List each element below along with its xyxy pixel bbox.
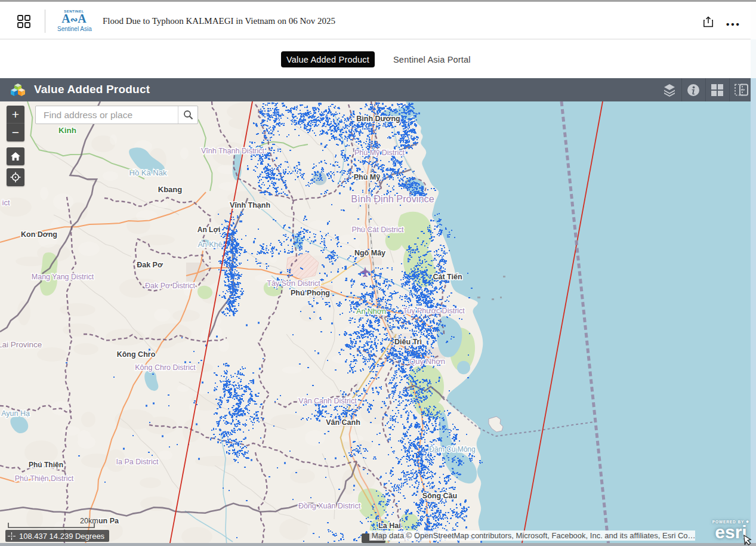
svg-text:Đak Pơ: Đak Pơ bbox=[137, 261, 163, 269]
svg-text:Mang Yang District: Mang Yang District bbox=[32, 273, 94, 281]
svg-text:Kông Chro: Kông Chro bbox=[117, 350, 156, 359]
svg-text:Kon Dơng: Kon Dơng bbox=[21, 230, 57, 239]
svg-text:Diêu Trì: Diêu Trì bbox=[394, 338, 422, 346]
svg-text:Vân Canh: Vân Canh bbox=[326, 418, 360, 427]
svg-text:Phù Mỹ District: Phù Mỹ District bbox=[354, 149, 405, 157]
svg-text:Kinh: Kinh bbox=[58, 126, 76, 135]
svg-text:Ngô Mây: Ngô Mây bbox=[354, 249, 385, 257]
svg-text:Vĩnh Thạnh District: Vĩnh Thạnh District bbox=[201, 147, 265, 155]
svg-text:Vân Canh District: Vân Canh District bbox=[298, 397, 357, 405]
svg-text:Cát Tiến: Cát Tiến bbox=[433, 273, 462, 281]
svg-text:Tây Sơn District: Tây Sơn District bbox=[267, 279, 320, 288]
svg-text:Đầm Cù Mông: Đầm Cù Mông bbox=[429, 445, 475, 454]
svg-text:Phú Phong: Phú Phong bbox=[291, 289, 330, 297]
svg-text:Quy Nhơn: Quy Nhơn bbox=[409, 357, 445, 366]
svg-text:An Khê: An Khê bbox=[198, 240, 222, 249]
svg-text:un Pa: un Pa bbox=[98, 517, 119, 525]
svg-text:Ia Pa District: Ia Pa District bbox=[116, 458, 159, 466]
svg-text:Phù Cát District: Phù Cát District bbox=[352, 226, 404, 234]
svg-text:La Hai: La Hai bbox=[378, 522, 401, 530]
svg-text:Tuy Phước District: Tuy Phước District bbox=[403, 307, 465, 315]
svg-text:Kông Chro District: Kông Chro District bbox=[135, 363, 196, 372]
svg-text:Phú Thiện District: Phú Thiện District bbox=[15, 474, 74, 483]
svg-text:Đồng Xuân District: Đồng Xuân District bbox=[298, 502, 361, 510]
svg-text:Phù Mỹ: Phù Mỹ bbox=[354, 173, 380, 181]
svg-text:Sông Cầu: Sông Cầu bbox=[422, 492, 457, 500]
svg-text:Kbang: Kbang bbox=[158, 185, 183, 194]
svg-text:Vĩnh Thạnh: Vĩnh Thạnh bbox=[230, 201, 270, 209]
svg-text:An Lợi: An Lợi bbox=[198, 226, 221, 234]
svg-text:Hồ Ka Nak: Hồ Ka Nak bbox=[129, 168, 167, 177]
svg-text:ict: ict bbox=[2, 198, 10, 207]
svg-text:Bình Dương: Bình Dương bbox=[356, 115, 400, 123]
svg-text:An Nhơn: An Nhơn bbox=[356, 307, 386, 316]
svg-text:Phú Thiện: Phú Thiện bbox=[29, 461, 63, 469]
svg-text:Bình Định Province: Bình Định Province bbox=[351, 193, 434, 204]
svg-text:Lai Province: Lai Province bbox=[0, 340, 42, 349]
svg-text:Ayun Hạ: Ayun Hạ bbox=[1, 409, 30, 418]
svg-text:Đak Pơ District: Đak Pơ District bbox=[145, 282, 195, 290]
